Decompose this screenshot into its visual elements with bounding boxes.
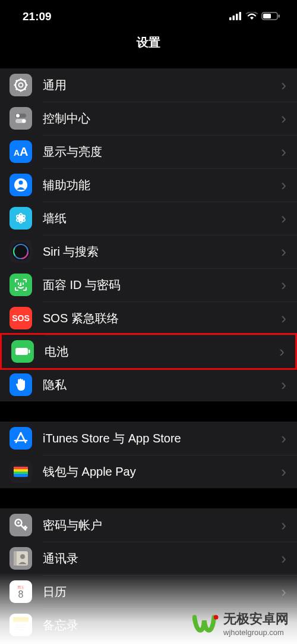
row-contacts[interactable]: 通讯录›: [0, 542, 297, 575]
watermark-logo-icon: [192, 611, 219, 637]
svg-text:A: A: [20, 145, 28, 158]
row-label: 通用: [43, 77, 281, 93]
row-siri[interactable]: Siri 与搜索›: [0, 235, 297, 268]
svg-rect-0: [229, 17, 232, 20]
svg-point-31: [20, 217, 23, 220]
svg-rect-49: [14, 474, 28, 477]
row-battery[interactable]: 电池›: [0, 333, 297, 370]
watermark: 无极安卓网wjhotelgroup.com: [192, 610, 289, 637]
status-time: 21:09: [23, 10, 52, 23]
row-label: 日历: [43, 584, 281, 600]
row-face-id[interactable]: 面容 ID 与密码›: [0, 268, 297, 301]
svg-line-14: [16, 80, 17, 81]
svg-rect-3: [239, 12, 242, 20]
svg-point-51: [17, 522, 20, 524]
row-label: 隐私: [43, 377, 281, 393]
row-wallpaper[interactable]: 墙纸›: [0, 202, 297, 235]
general-icon: [10, 74, 32, 96]
watermark-url: wjhotelgroup.com: [223, 628, 289, 637]
calendar-icon: 周五8: [10, 580, 32, 603]
notes-icon: [10, 614, 32, 636]
cellular-icon: [229, 10, 242, 23]
chevron-right-icon: ›: [279, 343, 285, 361]
svg-rect-59: [13, 617, 29, 622]
battery-icon: [261, 10, 280, 23]
svg-rect-40: [29, 350, 30, 353]
accessibility-icon: [10, 174, 32, 196]
row-label: 面容 ID 与密码: [43, 277, 281, 293]
chevron-right-icon: ›: [281, 209, 286, 228]
svg-text:8: 8: [18, 589, 24, 599]
svg-point-20: [22, 120, 26, 123]
svg-rect-39: [15, 348, 28, 355]
svg-point-54: [20, 554, 25, 559]
row-wallet[interactable]: 钱包与 Apple Pay›: [0, 455, 297, 488]
row-label: 辅助功能: [43, 177, 281, 193]
row-label: 控制中心: [43, 111, 281, 127]
chevron-right-icon: ›: [281, 429, 286, 448]
siri-icon: [10, 240, 32, 263]
privacy-icon: [10, 373, 32, 396]
row-label: iTunes Store 与 App Store: [43, 431, 281, 447]
row-control-center[interactable]: 控制中心›: [0, 102, 297, 135]
row-accessibility[interactable]: 辅助功能›: [0, 168, 297, 202]
row-privacy[interactable]: 隐私›: [0, 368, 297, 401]
settings-group: 通用›控制中心›AA显示与亮度›辅助功能›墙纸›Siri 与搜索›面容 ID 与…: [0, 68, 297, 401]
chevron-right-icon: ›: [281, 109, 286, 128]
svg-rect-1: [233, 15, 235, 20]
display-icon: AA: [10, 140, 32, 163]
chevron-right-icon: ›: [281, 176, 286, 194]
svg-point-32: [12, 243, 30, 260]
contacts-icon: [10, 547, 32, 570]
row-label: 钱包与 Apple Pay: [43, 464, 281, 480]
row-label: SOS 紧急联络: [43, 310, 281, 326]
control-center-icon: [10, 107, 32, 130]
svg-text:A: A: [14, 148, 20, 158]
chevron-right-icon: ›: [281, 549, 286, 568]
watermark-brand: 无极安卓网: [223, 610, 289, 628]
svg-point-18: [16, 114, 20, 118]
chevron-right-icon: ›: [281, 516, 286, 535]
row-display[interactable]: AA显示与亮度›: [0, 135, 297, 168]
status-indicators: [229, 10, 280, 23]
wifi-icon: [246, 10, 258, 23]
row-calendar[interactable]: 周五8日历›: [0, 575, 297, 608]
chevron-right-icon: ›: [281, 463, 286, 481]
svg-point-8: [19, 83, 23, 87]
chevron-right-icon: ›: [281, 76, 286, 95]
chevron-right-icon: ›: [281, 376, 286, 394]
passwords-icon: [10, 514, 32, 536]
svg-line-10: [24, 89, 26, 90]
sos-icon: SOS: [10, 307, 32, 329]
row-label: 通讯录: [43, 551, 281, 567]
svg-rect-5: [263, 14, 271, 18]
settings-group: iTunes Store 与 App Store›钱包与 Apple Pay›: [0, 422, 297, 488]
svg-text:SOS: SOS: [12, 313, 30, 323]
row-label: 墙纸: [43, 211, 281, 227]
row-sos[interactable]: SOSSOS 紧急联络›: [0, 301, 297, 335]
battery-icon: [11, 340, 34, 363]
svg-rect-6: [279, 15, 280, 18]
chevron-right-icon: ›: [281, 309, 286, 328]
row-label: Siri 与搜索: [43, 244, 281, 260]
svg-point-63: [214, 615, 219, 620]
svg-line-16: [24, 80, 26, 81]
wallpaper-icon: [10, 207, 32, 230]
svg-point-24: [19, 181, 23, 185]
chevron-right-icon: ›: [281, 143, 286, 161]
chevron-right-icon: ›: [281, 243, 286, 261]
row-label: 密码与帐户: [43, 517, 281, 533]
wallet-icon: [10, 460, 32, 483]
chevron-right-icon: ›: [281, 583, 286, 601]
status-bar: 21:09: [0, 0, 297, 29]
svg-rect-2: [236, 14, 238, 20]
row-itunes[interactable]: iTunes Store 与 App Store›: [0, 422, 297, 455]
row-label: 显示与亮度: [43, 144, 281, 160]
page-title: 设置: [0, 29, 297, 60]
row-general[interactable]: 通用›: [0, 68, 297, 102]
row-label: 电池: [45, 344, 279, 360]
svg-rect-53: [14, 551, 17, 566]
row-passwords[interactable]: 密码与帐户›: [0, 508, 297, 542]
itunes-icon: [10, 427, 32, 450]
svg-line-12: [16, 89, 17, 90]
